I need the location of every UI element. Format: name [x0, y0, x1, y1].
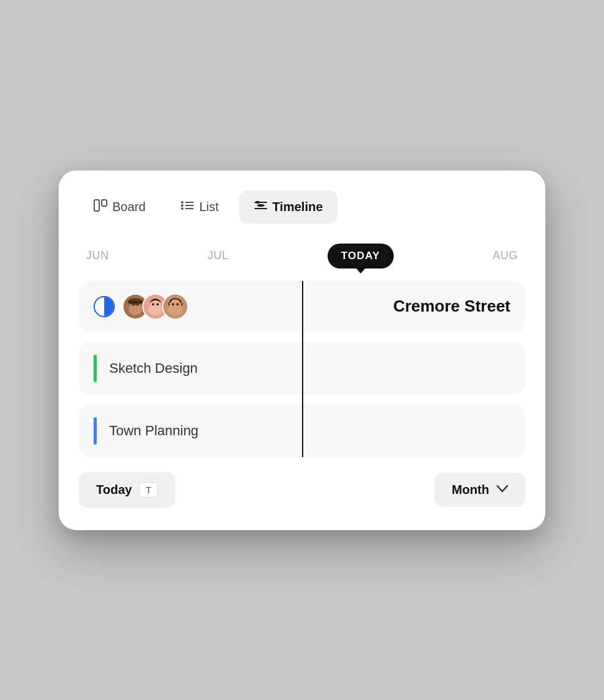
project-name-sketch: Sketch Design: [109, 360, 198, 377]
sketch-color-bar: [94, 355, 97, 382]
svg-rect-17: [128, 301, 143, 303]
svg-point-18: [132, 303, 135, 306]
svg-point-28: [172, 303, 175, 305]
svg-point-29: [177, 303, 179, 305]
month-button-label: Month: [452, 483, 489, 497]
tab-board-label: Board: [112, 200, 145, 214]
timeline-header: JUN JUL TODAY AUG: [79, 244, 525, 269]
tab-timeline[interactable]: Timeline: [239, 190, 338, 224]
bottom-bar: Today T Month: [79, 472, 525, 508]
today-button[interactable]: Today T: [79, 472, 175, 508]
today-button-label: Today: [96, 483, 132, 497]
svg-point-24: [157, 303, 159, 305]
main-card: Board List: [59, 170, 545, 530]
timeline-icon: [254, 200, 268, 214]
project-title-cremore: Cremore Street: [393, 297, 510, 316]
svg-rect-0: [94, 200, 99, 211]
avatar-3: [162, 293, 188, 320]
month-button[interactable]: Month: [434, 473, 525, 507]
tab-list-label: List: [199, 200, 218, 214]
svg-rect-1: [102, 200, 107, 206]
tab-list[interactable]: List: [165, 190, 233, 224]
chevron-down-icon: [497, 484, 508, 495]
avatars-group: [94, 293, 188, 320]
today-shortcut-badge: T: [139, 482, 157, 498]
svg-rect-11: [256, 201, 260, 204]
svg-point-16: [128, 298, 143, 305]
half-circle-icon: [94, 296, 115, 317]
tab-board[interactable]: Board: [79, 190, 160, 224]
svg-point-19: [137, 303, 139, 306]
month-jun: JUN: [86, 249, 109, 262]
svg-point-4: [181, 204, 183, 207]
town-color-bar: [94, 417, 97, 445]
timeline-body: Cremore Street Sketch Design Town Planni…: [79, 281, 525, 457]
today-badge: TODAY: [328, 244, 394, 269]
tab-timeline-label: Timeline: [273, 200, 323, 214]
today-line: [302, 281, 303, 457]
list-icon: [180, 200, 194, 214]
project-name-town: Town Planning: [109, 423, 198, 439]
view-tabs: Board List: [79, 190, 525, 224]
svg-point-6: [181, 207, 183, 210]
month-aug: AUG: [492, 249, 518, 262]
svg-rect-12: [258, 204, 263, 207]
svg-point-23: [152, 303, 155, 305]
board-icon: [94, 199, 107, 215]
avatar-stack: [122, 293, 188, 320]
month-jul: JUL: [208, 249, 229, 262]
svg-point-2: [181, 201, 183, 204]
